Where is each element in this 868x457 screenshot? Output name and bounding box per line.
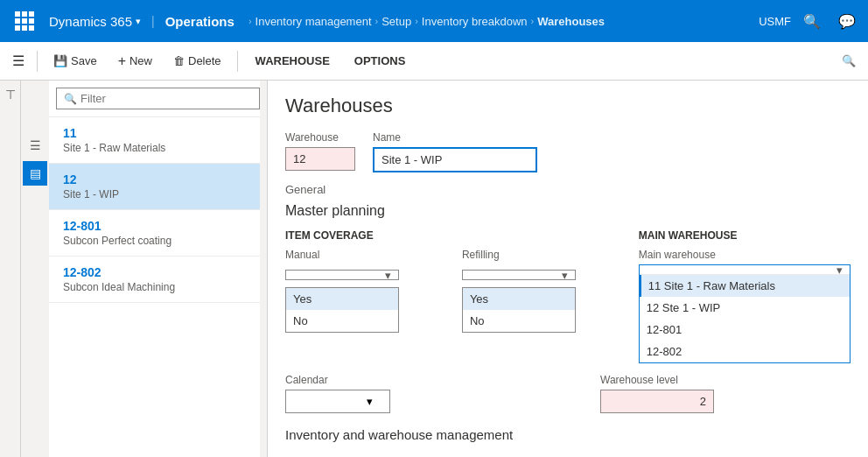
manual-yesno-list: Yes No <box>285 287 399 333</box>
mw-option-0[interactable]: 11 Site 1 - Raw Materials <box>640 275 850 297</box>
list-header: 🔍 <box>49 81 267 117</box>
master-planning-section: Master planning ITEM COVERAGE Manual Yes… <box>285 203 850 442</box>
list-item[interactable]: 12-802 Subcon Ideal Machining <box>49 257 267 303</box>
name-input[interactable] <box>373 147 537 172</box>
manual-label: Manual <box>285 249 462 261</box>
filter-input-wrap: 🔍 <box>56 88 260 109</box>
page-title: Warehouses <box>285 95 850 117</box>
manual-field-group: Manual <box>285 249 462 280</box>
new-icon: + <box>118 53 126 69</box>
list-item-id: 12-801 <box>63 219 253 233</box>
breadcrumb-chevron-3: › <box>415 16 418 26</box>
list-panel: 🔍 11 Site 1 - Raw Materials 12 Site 1 - … <box>49 81 268 457</box>
filter-icon[interactable]: ⊤ <box>5 88 16 102</box>
brand-name[interactable]: Dynamics 365 ▾ <box>42 14 148 29</box>
list-item-id: 11 <box>63 126 253 140</box>
mw-option-1[interactable]: 12 Ste 1 - WIP <box>640 297 850 319</box>
item-coverage-column: ITEM COVERAGE Manual Yes No <box>285 229 462 363</box>
top-navigation: Dynamics 365 ▾ | Operations › Inventory … <box>0 0 868 42</box>
company-code[interactable]: USMF <box>759 15 791 28</box>
refilling-dropdown-button[interactable] <box>462 270 576 280</box>
list-item[interactable]: 11 Site 1 - Raw Materials <box>49 117 267 164</box>
breadcrumb: › Inventory management › Setup › Invento… <box>242 15 612 28</box>
breadcrumb-item-2[interactable]: Setup <box>382 15 411 28</box>
breadcrumb-item-1[interactable]: Inventory management <box>256 15 372 28</box>
filter-panel: ⊤ <box>0 81 21 457</box>
toolbar-sep-1 <box>37 51 38 72</box>
brand-chevron-icon: ▾ <box>136 16 141 27</box>
calendar-input[interactable] <box>293 395 363 408</box>
manual-yes-option[interactable]: Yes <box>286 288 398 310</box>
list-item[interactable]: 12 Site 1 - WIP <box>49 164 267 210</box>
waffle-icon <box>15 11 34 31</box>
main-warehouse-dropdown-header[interactable] <box>640 265 850 275</box>
module-name: Operations <box>158 14 242 29</box>
list-item[interactable]: 12-801 Subcon Perfect coating <box>49 210 267 257</box>
manual-dropdown <box>285 264 462 280</box>
manual-dropdown-button[interactable] <box>285 270 399 280</box>
mw-option-3[interactable]: 12-802 <box>640 341 850 362</box>
main-warehouse-column: MAIN WAREHOUSE Main warehouse 11 Site 1 … <box>639 229 850 363</box>
calendar-label: Calendar <box>285 374 390 386</box>
manual-no-option[interactable]: No <box>286 310 398 332</box>
warehouse-label: Warehouse <box>285 131 355 144</box>
breadcrumb-item-4[interactable]: Warehouses <box>537 15 605 28</box>
delete-icon: 🗑 <box>173 54 185 67</box>
side-icon-list[interactable]: ☰ <box>23 133 47 158</box>
main-warehouse-field-group: Main warehouse 11 Site 1 - Raw Materials… <box>639 249 850 363</box>
waffle-menu-button[interactable] <box>7 0 42 42</box>
refilling-label: Refilling <box>462 249 639 261</box>
refilling-yes-option[interactable]: Yes <box>463 288 575 310</box>
breadcrumb-chevron-4: › <box>531 16 535 26</box>
inv-warehouse-label: Inventory and warehouse management <box>285 427 513 442</box>
name-field-group: Name <box>373 131 537 172</box>
list-item-name: Site 1 - WIP <box>63 188 253 200</box>
calendar-input-wrap[interactable]: ▾ <box>285 390 390 413</box>
hamburger-button[interactable]: ☰ <box>7 47 30 74</box>
name-label: Name <box>373 131 537 144</box>
toolbar-sep-2 <box>237 51 238 72</box>
calendar-row: Calendar ▾ Warehouse level <box>285 374 850 413</box>
calendar-field-group: Calendar ▾ <box>285 374 390 413</box>
side-icon-detail[interactable]: ▤ <box>23 161 47 186</box>
search-button[interactable]: 🔍 <box>798 7 826 35</box>
toolbar-search-button[interactable]: 🔍 <box>836 49 861 74</box>
main-warehouse-dropdown: 11 Site 1 - Raw Materials 12 Ste 1 - WIP… <box>639 264 850 363</box>
filter-input[interactable] <box>80 92 252 105</box>
list-item-name: Site 1 - Raw Materials <box>63 142 253 154</box>
content-area: Warehouses Warehouse Name General Master… <box>268 81 868 457</box>
warehouse-level-input[interactable] <box>600 390 714 413</box>
general-section-title: General <box>285 183 850 196</box>
list-items: 11 Site 1 - Raw Materials 12 Site 1 - WI… <box>49 117 267 457</box>
breadcrumb-chevron-2: › <box>375 16 379 26</box>
refilling-no-option[interactable]: No <box>463 310 575 332</box>
mw-option-2[interactable]: 12-801 <box>640 319 850 341</box>
main-warehouse-label: Main warehouse <box>639 249 850 261</box>
nav-right-area: USMF 🔍 💬 <box>759 7 861 35</box>
list-item-id: 12 <box>63 172 253 186</box>
warehouse-input[interactable] <box>285 147 355 171</box>
master-planning-title: Master planning <box>285 203 850 219</box>
filter-search-icon: 🔍 <box>64 93 77 105</box>
scrollbar <box>260 81 267 457</box>
list-item-name: Subcon Ideal Machining <box>63 281 253 293</box>
side-icons-panel: ☰ ▤ <box>21 81 49 457</box>
warehouse-level-field-group: Warehouse level <box>600 374 714 413</box>
warehouse-level-label: Warehouse level <box>600 374 714 386</box>
save-button[interactable]: 💾 Save <box>45 49 106 73</box>
inv-warehouse-section-title: Inventory and warehouse management <box>285 427 850 442</box>
options-tab[interactable]: OPTIONS <box>344 49 416 73</box>
chat-button[interactable]: 💬 <box>833 7 861 35</box>
nav-separator: | <box>151 14 155 28</box>
list-item-id: 12-802 <box>63 265 253 279</box>
refilling-dropdown <box>462 264 639 280</box>
breadcrumb-chevron-1: › <box>248 16 252 26</box>
calendar-dropdown-icon: ▾ <box>367 395 373 408</box>
breadcrumb-item-3[interactable]: Inventory breakdown <box>422 15 528 28</box>
new-button[interactable]: + New <box>109 48 161 74</box>
delete-button[interactable]: 🗑 Delete <box>164 49 230 73</box>
master-columns: ITEM COVERAGE Manual Yes No - <box>285 229 850 363</box>
refilling-yesno-list: Yes No <box>462 287 576 333</box>
warehouse-tab[interactable]: WAREHOUSE <box>245 49 340 73</box>
save-icon: 💾 <box>53 54 67 67</box>
